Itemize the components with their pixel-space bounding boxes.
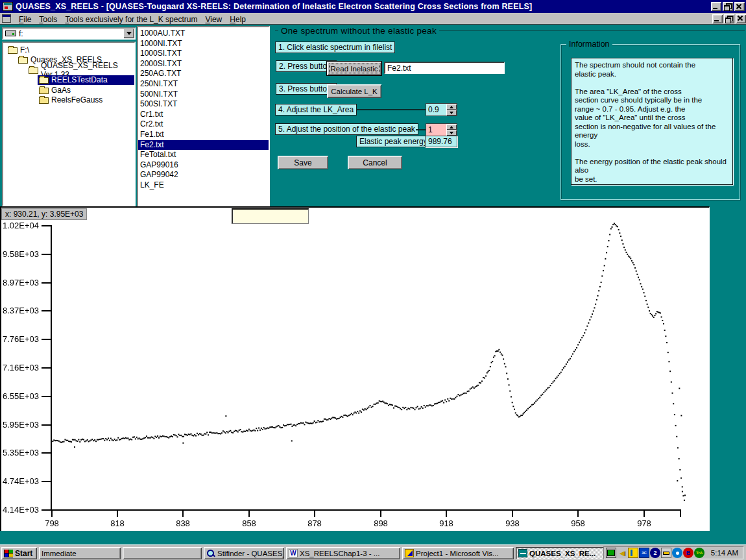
task-buttons: ImmediateStifinder - QUASES_X...XS_REELS… xyxy=(39,547,604,559)
directory-tree: F:\Quases_XS_REELSQUASES_XS_REELS Ver.1.… xyxy=(2,42,136,206)
tree-item[interactable]: REELSTestData xyxy=(3,75,134,86)
calculate-lk-button[interactable]: Calculate L_K xyxy=(327,84,381,98)
taskbar: Start ImmediateStifinder - QUASES_X...XS… xyxy=(0,544,746,560)
drive-selector[interactable]: f: xyxy=(2,27,136,40)
taskbar-button-blank[interactable] xyxy=(123,547,202,559)
peak-position-down-icon[interactable] xyxy=(446,130,457,136)
modem-tray-icon[interactable] xyxy=(650,548,660,558)
tree-item[interactable]: QUASES_XS_REELS Ver.1.33 xyxy=(3,65,134,75)
taskbar-button-immediate[interactable]: Immediate xyxy=(39,547,121,559)
tree-item-label: GaAs xyxy=(51,86,71,95)
child-restore-icon[interactable] xyxy=(724,14,734,23)
menu-items: FileToolsTools exclusively for the L_K s… xyxy=(15,13,250,25)
start-button[interactable]: Start xyxy=(1,547,37,559)
tree-item[interactable]: F:\ xyxy=(3,45,134,55)
child-window-icon[interactable] xyxy=(2,14,11,23)
taskbar-button-project1-microsoft-vis[interactable]: Project1 - Microsoft Vis... xyxy=(402,547,514,559)
file-item[interactable]: 2000SI.TXT xyxy=(138,59,269,69)
vb-icon xyxy=(405,549,414,557)
file-item[interactable]: 500SI.TXT xyxy=(138,99,269,110)
file-item[interactable]: LK_FE xyxy=(138,180,269,191)
lk-area-down-icon[interactable] xyxy=(446,110,457,116)
drive-label: f: xyxy=(19,29,23,38)
tray-icons xyxy=(606,548,704,558)
step5-label: 5. Adjust the position of the elastic pe… xyxy=(275,123,418,135)
cancel-button[interactable]: Cancel xyxy=(348,156,402,169)
network-tray-icon[interactable] xyxy=(639,548,649,558)
file-item[interactable]: Cr1.txt xyxy=(138,110,269,120)
save-button[interactable]: Save xyxy=(278,156,328,169)
quases-icon xyxy=(518,549,527,557)
menu-tools[interactable]: Tools xyxy=(35,14,61,25)
cursor-position-readout: x: 930.21, y: 3.95E+03 xyxy=(1,208,87,220)
menu-help[interactable]: Help xyxy=(226,14,250,25)
printer-tray-icon[interactable] xyxy=(661,548,671,558)
filename-field[interactable]: Fe2.txt xyxy=(384,62,505,74)
application-window: QUASES_XS_REELS - [QUASES-Tougaard XS-RE… xyxy=(0,0,746,560)
taskbar-button-label: QUASES_XS_RE... xyxy=(529,550,596,557)
taskbar-button-xs-reelschap1-3[interactable]: XS_REELSChap1-3 - ... xyxy=(286,547,400,559)
file-item[interactable]: FeTotal.txt xyxy=(138,150,269,160)
volume-tray-icon[interactable] xyxy=(617,548,627,558)
open-folder-icon xyxy=(39,77,49,84)
messenger-tray-icon[interactable] xyxy=(672,548,682,558)
energy-value[interactable]: 989.76 xyxy=(425,136,457,147)
minimize-icon[interactable] xyxy=(711,2,721,11)
taskbar-button-quases-xs-re[interactable]: QUASES_XS_RE... xyxy=(516,547,604,559)
menu-tools[interactable]: Tools exclusively for the L_K spectrum xyxy=(61,14,201,25)
peak-position-value[interactable]: 1 xyxy=(426,124,446,136)
lk-area-up-icon[interactable] xyxy=(446,104,457,110)
menu-file[interactable]: File xyxy=(15,14,35,25)
file-list: 1000AU.TXT1000NI.TXT1000SI.TXT2000SI.TXT… xyxy=(137,26,270,207)
word-icon xyxy=(289,549,298,557)
tree-item-label: ReelsFeGauss xyxy=(51,95,102,104)
window-title: QUASES_XS_REELS - [QUASES-Tougaard XS-RE… xyxy=(16,2,532,11)
file-item[interactable]: 1000NI.TXT xyxy=(138,39,269,49)
file-item[interactable]: 250AG.TXT xyxy=(138,69,269,79)
peak-position-spinner: 1 xyxy=(426,123,457,136)
globe-tray-icon[interactable] xyxy=(694,548,704,558)
drive-icon xyxy=(5,30,16,36)
menu-view[interactable]: View xyxy=(201,14,226,25)
start-label: Start xyxy=(15,549,32,558)
tree-item[interactable]: GaAs xyxy=(3,85,134,95)
dropdown-arrow-icon[interactable] xyxy=(123,29,134,38)
file-item[interactable]: Fe2.txt xyxy=(138,140,269,151)
taskbar-button-label: Immediate xyxy=(42,550,77,557)
antivirus-tray-icon[interactable] xyxy=(683,548,693,558)
clock: 5:14 AM xyxy=(711,549,743,557)
file-item[interactable]: Fe1.txt xyxy=(138,130,269,140)
app-icon xyxy=(3,2,13,11)
child-close-icon[interactable] xyxy=(736,14,746,23)
spectrum-plot[interactable] xyxy=(1,208,710,531)
group-title: One spectrum without the elastic peak xyxy=(278,26,439,36)
lk-area-value[interactable]: 0.9 xyxy=(426,104,446,116)
file-item[interactable]: GAP99042 xyxy=(138,170,269,180)
magnifier-icon xyxy=(206,549,215,557)
connector-line xyxy=(416,129,426,130)
file-item[interactable]: Cr2.txt xyxy=(138,119,269,130)
restore-icon[interactable] xyxy=(723,2,733,11)
display-tray-icon[interactable] xyxy=(606,548,616,558)
child-minimize-icon[interactable] xyxy=(712,14,723,23)
file-item[interactable]: 250NI.TXT xyxy=(138,79,269,90)
file-item[interactable]: 1000SI.TXT xyxy=(138,49,269,59)
closed-folder-icon xyxy=(39,97,49,104)
tree-item[interactable]: ReelsFeGauss xyxy=(3,95,134,106)
information-text: The spectrum should not contain the elas… xyxy=(571,58,733,185)
read-inelastic-button[interactable]: Read Inelastic xyxy=(327,62,381,75)
file-item[interactable]: GAP99016 xyxy=(138,160,269,171)
connector-line xyxy=(356,109,426,110)
open-folder-icon xyxy=(29,67,38,74)
peak-position-up-icon[interactable] xyxy=(446,124,457,130)
close-icon[interactable] xyxy=(734,2,745,11)
scheduler-tray-icon[interactable] xyxy=(628,548,638,558)
annotation-input[interactable] xyxy=(232,208,309,224)
lk-area-spinner: 0.9 xyxy=(426,103,457,116)
taskbar-button-label: Project1 - Microsoft Vis... xyxy=(416,550,499,557)
file-item[interactable]: 500NI.TXT xyxy=(138,90,269,100)
taskbar-button-stifinder-quases-x[interactable]: Stifinder - QUASES_X... xyxy=(204,547,284,559)
system-tray: 5:14 AM xyxy=(603,546,743,559)
step1-label: 1. Click elastic spectrum in filelist xyxy=(275,42,395,53)
file-item[interactable]: 1000AU.TXT xyxy=(138,29,269,39)
